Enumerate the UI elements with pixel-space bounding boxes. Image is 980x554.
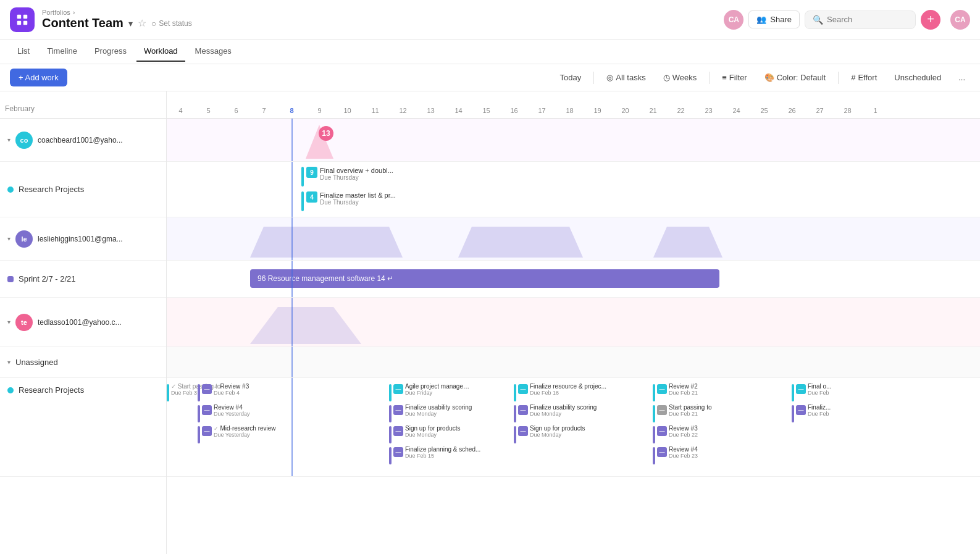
task-review3[interactable]: — ✓ Review #3 Due Feb 4	[198, 383, 284, 401]
task-review2[interactable]: — Review #2 Due Feb 21	[653, 383, 755, 401]
chevron-coachbeard[interactable]: ▾	[7, 136, 10, 143]
task-review4-feb23[interactable]: — Review #4 Due Feb 23	[653, 446, 755, 464]
more-button[interactable]: ...	[953, 70, 970, 85]
bar-final-o	[792, 384, 794, 401]
date-19: 19	[584, 107, 611, 114]
task-finalize-resource[interactable]: — Finalize resource & projec... Due Feb …	[514, 383, 616, 401]
task-col-17: — Review #2 Due Feb 21 —	[653, 383, 755, 464]
sidebar-row-research2: Research Projects	[0, 378, 166, 477]
chevron-leslie[interactable]: ▾	[7, 235, 10, 242]
search-box[interactable]: 🔍	[805, 10, 916, 29]
add-work-button[interactable]: + Add work	[10, 69, 67, 86]
project-dot-research1	[7, 187, 14, 193]
task-finalize-usability[interactable]: — Finalize usability scoring Due Monday	[389, 404, 488, 422]
due-review2: Due Feb 21	[669, 390, 698, 396]
weeks-button[interactable]: ◷ Weeks	[658, 70, 702, 85]
tab-messages[interactable]: Messages	[188, 41, 239, 62]
task-review4[interactable]: — Review #4 Due Yesterday	[198, 404, 284, 422]
task-start-passing-feb21[interactable]: — Start passing to Due Feb 21	[653, 404, 755, 422]
today-button[interactable]: Today	[555, 70, 587, 85]
tab-progress[interactable]: Progress	[87, 41, 134, 62]
filter-button[interactable]: ≡ Filter	[717, 70, 752, 85]
chevron-unassigned[interactable]: ▾	[7, 359, 10, 366]
chevron-ted[interactable]: ▾	[7, 319, 10, 325]
info-review2: Review #2 Due Feb 21	[669, 383, 698, 396]
user-avatar-right[interactable]: CA	[950, 10, 970, 30]
task-finalize-master[interactable]: 4 Finalize master list & pr... Due Thurs…	[301, 191, 396, 211]
circle-icon: ◎	[606, 73, 613, 82]
tab-timeline[interactable]: Timeline	[40, 41, 85, 62]
info-final-o: Final o... Due Feb	[808, 383, 831, 396]
page-title: Content Team	[42, 16, 124, 30]
search-icon: 🔍	[813, 15, 823, 25]
task-count-finalize-master: 4	[306, 191, 317, 203]
due-finalize-usability2: Due Monday	[530, 411, 597, 417]
date-16: 16	[500, 107, 528, 114]
name-mid-research: ✓ Mid-research review	[214, 425, 276, 432]
tab-workload[interactable]: Workload	[136, 41, 185, 62]
date-18: 18	[556, 107, 584, 114]
unscheduled-button[interactable]: Unscheduled	[889, 70, 946, 85]
due-finalize-usability: Due Monday	[405, 411, 472, 417]
due-agile: Due Friday	[405, 390, 473, 396]
favorite-button[interactable]: ☆	[138, 17, 146, 29]
task-mid-research[interactable]: — ✓ Mid-research review Due Yesterday	[198, 425, 284, 443]
info-finalize-planning: Finalize planning & sched... Due Feb 15	[405, 446, 480, 459]
date-27: 27	[806, 107, 834, 114]
task-final-overview[interactable]: 9 Final overview + doubl... Due Thursday	[301, 167, 393, 187]
date-25: 25	[750, 107, 778, 114]
num-signup: —	[393, 426, 403, 436]
name-final-o: Final o...	[808, 383, 831, 390]
bar-agile	[389, 384, 392, 401]
all-tasks-button[interactable]: ◎ All tasks	[601, 70, 650, 85]
color-button[interactable]: 🎨 Color: Default	[760, 70, 831, 85]
add-button[interactable]: +	[921, 10, 940, 30]
share-icon: 👥	[756, 15, 766, 24]
name-finaliz: Finaliz...	[808, 404, 831, 411]
search-input[interactable]	[827, 15, 908, 24]
status-label: Set status	[159, 19, 191, 28]
app-logo[interactable]	[10, 7, 35, 32]
project-dot-research2	[7, 387, 14, 393]
today-line-1	[291, 119, 293, 161]
date-15: 15	[472, 107, 500, 114]
unassigned-label: Unassigned	[15, 358, 58, 367]
name-finalize-usability2: Finalize usability scoring	[530, 404, 597, 411]
num-finalize-resource: —	[518, 384, 528, 394]
task-signup[interactable]: — Sign up for products Due Monday	[389, 425, 488, 443]
due-finalize-resource: Due Feb 16	[530, 390, 606, 396]
workload-ted-svg	[167, 298, 980, 346]
due-signup: Due Monday	[405, 432, 461, 438]
month-label: February	[5, 104, 35, 113]
bar-signup	[389, 426, 392, 443]
share-button[interactable]: 👥 Share	[748, 10, 800, 28]
user-avatar-left[interactable]: CA	[724, 10, 743, 30]
color-icon: 🎨	[764, 73, 774, 82]
bar-mid-research	[198, 426, 200, 443]
task-finaliz[interactable]: — Finaliz... Due Feb	[792, 404, 878, 422]
num-start-passing-feb21: —	[657, 405, 667, 415]
task-bar-final-overview	[301, 167, 304, 187]
date-9: 9	[306, 107, 333, 114]
date-header: 4 5 6 7 8 9 10 11 12 13 14 15 16	[167, 91, 980, 119]
date-28: 28	[834, 107, 861, 114]
task-finalize-planning[interactable]: — Finalize planning & sched... Due Feb 1…	[389, 446, 488, 464]
task-col-22: — Final o... Due Feb —	[792, 383, 878, 422]
task-final-o[interactable]: — Final o... Due Feb	[792, 383, 878, 401]
gantt-row-unassigned	[167, 347, 980, 378]
tab-list[interactable]: List	[10, 41, 37, 62]
task-finalize-usability2[interactable]: — Finalize usability scoring Due Monday	[514, 404, 616, 422]
tabs-bar: List Timeline Progress Workload Messages	[0, 40, 980, 64]
set-status-button[interactable]: ○ Set status	[151, 19, 192, 28]
task-signup2[interactable]: — Sign up for products Due Monday	[514, 425, 616, 443]
task-agile[interactable]: — Agile project managemen... Due Friday	[389, 383, 488, 401]
sprint-resource-bar[interactable]: 96 Resource management software 14 ↵	[250, 269, 719, 288]
task-review3-feb22[interactable]: — Review #3 Due Feb 22	[653, 425, 755, 443]
today-line-5	[291, 298, 293, 346]
title-dropdown-button[interactable]: ▾	[128, 19, 133, 28]
breadcrumb-portfolios[interactable]: Portfolios	[42, 9, 70, 16]
effort-button[interactable]: # Effort	[846, 70, 882, 85]
breadcrumb-separator: ›	[73, 9, 75, 16]
weeks-label: Weeks	[672, 73, 697, 82]
due-mid-research: Due Yesterday	[214, 432, 276, 438]
